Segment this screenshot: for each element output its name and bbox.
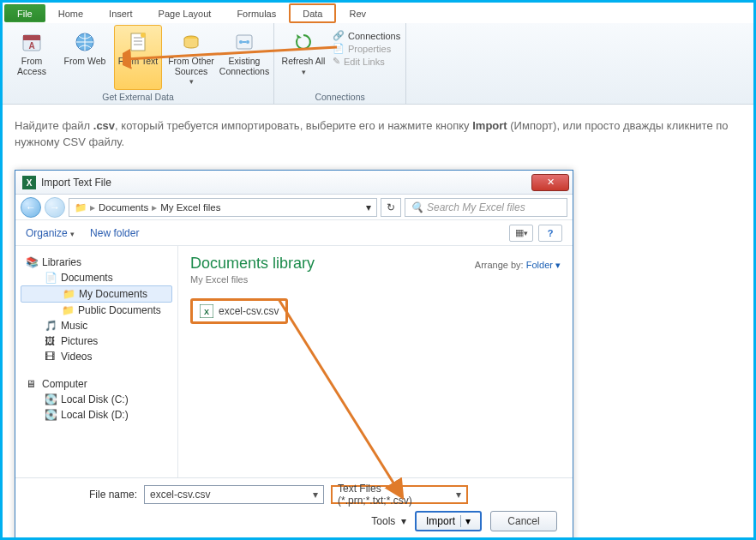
folder-icon: 📁 bbox=[62, 304, 74, 316]
svg-point-8 bbox=[141, 33, 146, 38]
file-type-combo[interactable]: Text Files (*.prn;*.txt;*.csv)▾ bbox=[331, 485, 468, 504]
close-icon: ✕ bbox=[547, 177, 555, 188]
chevron-down-icon[interactable]: ▾ bbox=[366, 201, 371, 213]
group-connections: Refresh All ▾ 🔗Connections 📄Properties ✎… bbox=[274, 23, 406, 104]
dialog-titlebar: X Import Text File ✕ bbox=[15, 171, 573, 195]
tree-public-documents[interactable]: 📁Public Documents bbox=[21, 303, 172, 318]
disk-icon: 💽 bbox=[45, 409, 57, 421]
chevron-down-icon[interactable]: ▾ bbox=[313, 489, 318, 501]
tree-disk-c[interactable]: 💽Local Disk (C:) bbox=[21, 392, 172, 407]
dialog-toolbar: Organize ▾ New folder ▦▾ ? bbox=[15, 220, 573, 246]
connections-button[interactable]: 🔗Connections bbox=[333, 30, 400, 41]
from-web-button[interactable]: From Web bbox=[61, 25, 109, 90]
ribbon: File Home Insert Page Layout Formulas Da… bbox=[3, 3, 753, 105]
tree-pictures[interactable]: 🖼Pictures bbox=[21, 333, 172, 349]
properties-icon: 📄 bbox=[333, 43, 345, 54]
dialog-body: 📚Libraries 📄Documents 📁My Documents 📁Pub… bbox=[15, 246, 573, 477]
link-icon: 🔗 bbox=[333, 30, 345, 41]
other-sources-icon bbox=[178, 29, 204, 55]
file-item-excel-csv[interactable]: X excel-csv.csv bbox=[190, 298, 288, 324]
refresh-all-label: Refresh All bbox=[282, 57, 326, 67]
cancel-button[interactable]: Cancel bbox=[490, 511, 557, 531]
nav-tree: 📚Libraries 📄Documents 📁My Documents 📁Pub… bbox=[15, 246, 178, 477]
search-input[interactable]: 🔍 Search My Excel files bbox=[405, 198, 567, 217]
from-other-label: From Other Sources bbox=[168, 57, 214, 76]
file-name-label: File name: bbox=[26, 489, 137, 501]
address-bar[interactable]: 📁 ▸ Documents ▸ My Excel files ▾ bbox=[69, 198, 377, 217]
new-folder-button[interactable]: New folder bbox=[90, 227, 139, 239]
tab-formulas[interactable]: Formulas bbox=[224, 4, 289, 22]
svg-text:X: X bbox=[27, 178, 33, 188]
computer-icon: 🖥 bbox=[26, 378, 38, 390]
from-access-button[interactable]: A From Access bbox=[8, 25, 56, 90]
folder-icon: 📁 bbox=[75, 201, 87, 213]
refresh-all-button[interactable]: Refresh All ▾ bbox=[279, 25, 327, 90]
view-options-button[interactable]: ▦▾ bbox=[509, 225, 533, 242]
library-subtitle: My Excel files bbox=[190, 274, 315, 285]
crumb-documents[interactable]: Documents bbox=[99, 202, 148, 213]
tab-home[interactable]: Home bbox=[45, 4, 96, 22]
tab-page-layout[interactable]: Page Layout bbox=[146, 4, 225, 22]
tree-music[interactable]: 🎵Music bbox=[21, 318, 172, 333]
ribbon-tabs: File Home Insert Page Layout Formulas Da… bbox=[3, 3, 753, 23]
text-file-icon bbox=[125, 29, 151, 55]
tree-libraries[interactable]: 📚Libraries bbox=[21, 255, 172, 270]
file-name: excel-csv.csv bbox=[219, 305, 279, 317]
tab-review[interactable]: Rev bbox=[336, 4, 379, 22]
chevron-down-icon[interactable]: ▾ bbox=[456, 489, 461, 501]
crumb-my-excel-files[interactable]: My Excel files bbox=[160, 202, 220, 213]
arrow-left-icon: ← bbox=[26, 201, 36, 213]
existing-connections-icon bbox=[231, 29, 257, 55]
edit-links-button: ✎Edit Links bbox=[333, 56, 400, 67]
search-placeholder: Search My Excel files bbox=[427, 201, 525, 213]
tools-dropdown[interactable]: Tools ▾ bbox=[371, 515, 406, 527]
instruction-text: Найдите файл .csv, который требуется имп… bbox=[3, 105, 753, 159]
svg-text:A: A bbox=[28, 41, 34, 51]
pictures-icon: 🖼 bbox=[45, 335, 57, 347]
forward-button[interactable]: → bbox=[45, 197, 65, 218]
from-text-label: From Text bbox=[118, 57, 158, 67]
documents-icon: 📄 bbox=[45, 272, 57, 284]
from-other-sources-button[interactable]: From Other Sources ▾ bbox=[167, 25, 215, 90]
tree-disk-d[interactable]: 💽Local Disk (D:) bbox=[21, 407, 172, 423]
disk-icon: 💽 bbox=[45, 393, 57, 405]
from-text-button[interactable]: From Text bbox=[114, 25, 162, 90]
tree-documents[interactable]: 📄Documents bbox=[21, 270, 172, 285]
refresh-icon bbox=[291, 29, 316, 55]
library-title: Documents library bbox=[190, 255, 315, 273]
excel-icon: X bbox=[22, 176, 36, 189]
music-icon: 🎵 bbox=[45, 320, 57, 332]
help-button[interactable]: ? bbox=[538, 225, 562, 242]
organize-button[interactable]: Organize ▾ bbox=[26, 227, 75, 239]
excel-file-icon: X bbox=[200, 304, 213, 318]
libraries-icon: 📚 bbox=[26, 256, 38, 268]
back-button[interactable]: ← bbox=[21, 197, 41, 218]
arrange-by: Arrange by: Folder ▾ bbox=[475, 260, 561, 271]
from-access-label: From Access bbox=[9, 57, 55, 76]
properties-button: 📄Properties bbox=[333, 43, 400, 54]
view-icon: ▦ bbox=[515, 227, 524, 238]
tab-data[interactable]: Data bbox=[289, 3, 336, 23]
tab-file[interactable]: File bbox=[4, 4, 45, 22]
group-get-external-data: A From Access From Web From Text From Ot… bbox=[3, 23, 274, 104]
tree-computer[interactable]: 🖥Computer bbox=[21, 376, 172, 392]
tree-my-documents[interactable]: 📁My Documents bbox=[21, 285, 172, 303]
arrange-by-dropdown[interactable]: Folder ▾ bbox=[526, 260, 561, 270]
existing-connections-button[interactable]: Existing Connections bbox=[220, 25, 268, 90]
nav-row: ← → 📁 ▸ Documents ▸ My Excel files ▾ ↻ 🔍… bbox=[15, 195, 573, 220]
existing-connections-label: Existing Connections bbox=[219, 57, 269, 76]
tree-videos[interactable]: 🎞Videos bbox=[21, 349, 172, 364]
svg-rect-1 bbox=[23, 35, 40, 40]
close-button[interactable]: ✕ bbox=[531, 174, 569, 191]
import-button[interactable]: Import▾ bbox=[415, 511, 482, 531]
svg-point-11 bbox=[239, 40, 243, 44]
file-name-combo[interactable]: excel-csv.csv▾ bbox=[144, 485, 324, 504]
refresh-button[interactable]: ↻ bbox=[381, 198, 401, 217]
dialog-bottom: File name: excel-csv.csv▾ Text Files (*.… bbox=[15, 477, 573, 537]
connections-sublist: 🔗Connections 📄Properties ✎Edit Links bbox=[333, 25, 400, 90]
search-icon: 🔍 bbox=[411, 201, 423, 213]
svg-point-12 bbox=[246, 40, 249, 44]
content-pane: Documents library My Excel files Arrange… bbox=[178, 246, 573, 477]
tab-insert[interactable]: Insert bbox=[96, 4, 146, 22]
chevron-down-icon: ▾ bbox=[70, 230, 75, 238]
